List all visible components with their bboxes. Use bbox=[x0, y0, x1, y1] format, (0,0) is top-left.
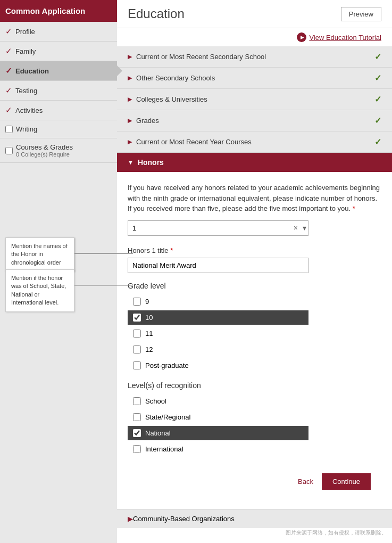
section-current-school[interactable]: ▶ Current or Most Recent Secondary Schoo… bbox=[117, 46, 392, 68]
recognition-school-label: School bbox=[145, 397, 166, 405]
check-complete-1: ✓ bbox=[374, 52, 381, 62]
check-complete-2: ✓ bbox=[374, 73, 381, 83]
grade-level-list: 9 10 11 12 P bbox=[128, 294, 381, 373]
grade-postgrad-checkbox[interactable] bbox=[133, 361, 141, 369]
grade-9-item: 9 bbox=[128, 294, 308, 309]
recognition-state-label: State/Regional bbox=[145, 413, 190, 421]
dropdown-arrow-icon[interactable]: ▾ bbox=[303, 224, 306, 232]
grade-12-label: 12 bbox=[145, 345, 153, 353]
courses-sub: 0 College(s) Require bbox=[16, 151, 73, 158]
honors-header-text: Honors bbox=[138, 158, 164, 167]
sidebar-item-writing[interactable]: Writing bbox=[0, 120, 117, 138]
grade-10-label: 10 bbox=[145, 314, 153, 322]
recognition-international-item: International bbox=[128, 442, 308, 456]
arrow-icon-4: ▶ bbox=[128, 117, 132, 124]
grade-11-checkbox[interactable] bbox=[133, 330, 141, 338]
sidebar-label-courses: Courses & Grades bbox=[16, 143, 73, 151]
section-label-1: Current or Most Recent Secondary School bbox=[136, 53, 374, 61]
writing-checkbox[interactable] bbox=[5, 126, 13, 133]
recognition-international-label: International bbox=[145, 445, 184, 453]
grade-10-checkbox[interactable] bbox=[133, 314, 141, 322]
arrow-icon-community: ▶ bbox=[128, 515, 133, 523]
honors-section-header[interactable]: ▼ Honors bbox=[117, 153, 392, 172]
grade-9-label: 9 bbox=[145, 298, 149, 306]
required-star-desc: * bbox=[353, 204, 355, 212]
section-label-3: Colleges & Universities bbox=[136, 95, 374, 103]
main-header: Education Preview bbox=[117, 0, 392, 28]
grade-12-checkbox[interactable] bbox=[133, 345, 141, 353]
recognition-label: Level(s) of recognition bbox=[128, 381, 381, 390]
continue-button[interactable]: Continue bbox=[322, 473, 371, 490]
section-label-community: Community-Based Organizations bbox=[133, 515, 235, 523]
tooltip-recognition: Mention if the honor was of School, Stat… bbox=[5, 269, 74, 312]
sidebar-item-activities[interactable]: ✓ Activities bbox=[0, 101, 117, 120]
honors-description: If you have received any honors related … bbox=[128, 183, 381, 214]
section-grades[interactable]: ▶ Grades ✓ bbox=[117, 110, 392, 131]
grade-level-label: Grade level bbox=[128, 282, 381, 290]
honors-count-input[interactable] bbox=[128, 220, 308, 236]
check-complete-5: ✓ bbox=[374, 137, 381, 147]
honors-title-input[interactable] bbox=[128, 258, 308, 273]
preview-button[interactable]: Preview bbox=[341, 7, 381, 21]
sidebar-label-education: Education bbox=[15, 67, 49, 75]
check-icon-testing: ✓ bbox=[5, 86, 12, 95]
arrow-icon-5: ▶ bbox=[128, 138, 132, 145]
watermark: 图片来源于网络，如有侵权，请联系删除。 bbox=[117, 528, 392, 538]
grade-12-item: 12 bbox=[128, 342, 308, 357]
arrow-icon-1: ▶ bbox=[128, 53, 132, 60]
section-colleges[interactable]: ▶ Colleges & Universities ✓ bbox=[117, 89, 392, 110]
check-complete-3: ✓ bbox=[374, 94, 381, 104]
back-button[interactable]: Back bbox=[298, 478, 313, 486]
honors-content: If you have received any honors related … bbox=[117, 172, 392, 509]
section-label-5: Current or Most Recent Year Courses bbox=[136, 138, 374, 146]
page-title: Education bbox=[128, 6, 185, 21]
section-year-courses[interactable]: ▶ Current or Most Recent Year Courses ✓ bbox=[117, 131, 392, 153]
clear-icon[interactable]: × bbox=[294, 224, 298, 232]
sidebar-label-activities: Activities bbox=[15, 106, 43, 114]
tutorial-link-text: View Education Tutorial bbox=[309, 34, 381, 42]
sidebar-item-profile[interactable]: ✓ Profile bbox=[0, 22, 117, 42]
grade-postgrad-label: Post-graduate bbox=[145, 361, 189, 369]
sidebar-label-family: Family bbox=[15, 47, 36, 55]
section-label-2: Other Secondary Schools bbox=[136, 74, 374, 82]
recognition-list: School State/Regional National Internati… bbox=[128, 394, 381, 456]
recognition-school-checkbox[interactable] bbox=[133, 397, 141, 405]
check-icon-education: ✓ bbox=[5, 66, 12, 76]
honors-title-field-container: Honors 1 title * bbox=[128, 246, 381, 282]
tooltip-honor-name: Mention the names of the Honor in chrono… bbox=[5, 237, 74, 272]
sidebar-label-testing: Testing bbox=[15, 87, 37, 95]
recognition-state-checkbox[interactable] bbox=[133, 413, 141, 421]
recognition-national-checkbox[interactable] bbox=[133, 429, 141, 437]
section-label-4: Grades bbox=[136, 117, 374, 125]
honors-count-dropdown-container: × ▾ bbox=[128, 220, 381, 236]
main-content: Education Preview View Education Tutoria… bbox=[117, 0, 392, 543]
check-icon-activities: ✓ bbox=[5, 105, 12, 115]
grade-11-label: 11 bbox=[145, 330, 153, 338]
sidebar-item-courses[interactable]: Courses & Grades 0 College(s) Require bbox=[0, 138, 117, 163]
sidebar: Common Application ✓ Profile ✓ Family ✓ … bbox=[0, 0, 117, 543]
recognition-school-item: School bbox=[128, 394, 308, 408]
courses-checkbox[interactable] bbox=[5, 147, 13, 154]
sidebar-label-writing: Writing bbox=[16, 125, 37, 133]
check-complete-4: ✓ bbox=[374, 116, 381, 126]
grade-10-item: 10 bbox=[128, 310, 308, 325]
tutorial-link[interactable]: View Education Tutorial bbox=[117, 28, 392, 46]
section-community[interactable]: ▶ Community-Based Organizations bbox=[117, 509, 392, 528]
action-buttons: Back Continue bbox=[128, 465, 381, 498]
sidebar-item-testing[interactable]: ✓ Testing bbox=[0, 81, 117, 101]
recognition-state-item: State/Regional bbox=[128, 410, 308, 424]
check-icon-profile: ✓ bbox=[5, 27, 12, 36]
play-icon bbox=[297, 32, 306, 42]
sidebar-item-education[interactable]: ✓ Education bbox=[0, 61, 117, 81]
section-other-schools[interactable]: ▶ Other Secondary Schools ✓ bbox=[117, 68, 392, 89]
grade-11-item: 11 bbox=[128, 326, 308, 341]
honors-title-label: Honors 1 title * bbox=[128, 246, 381, 254]
recognition-national-item: National bbox=[128, 426, 308, 440]
grade-level-section: Grade level 9 10 11 bbox=[128, 282, 381, 373]
sidebar-label-profile: Profile bbox=[15, 28, 35, 36]
recognition-international-checkbox[interactable] bbox=[133, 445, 141, 453]
sidebar-item-family[interactable]: ✓ Family bbox=[0, 42, 117, 61]
grade-9-checkbox[interactable] bbox=[133, 298, 141, 306]
grade-postgrad-item: Post-graduate bbox=[128, 358, 308, 373]
arrow-icon-2: ▶ bbox=[128, 75, 132, 81]
